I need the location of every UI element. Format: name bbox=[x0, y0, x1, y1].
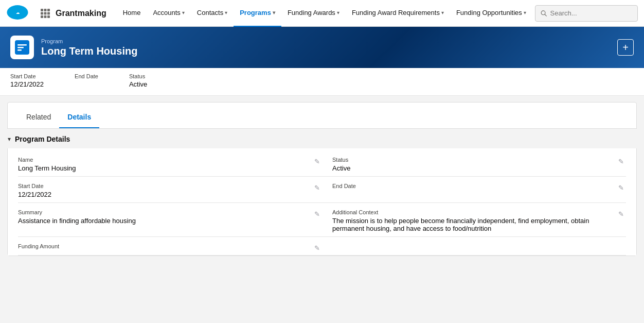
edit-status-icon[interactable]: ✎ bbox=[618, 158, 624, 165]
section-collapse-icon: ▾ bbox=[8, 135, 11, 143]
hero-banner: Program Long Term Housing + bbox=[0, 27, 644, 68]
nav-item-contacts[interactable]: Contacts ▾ bbox=[191, 0, 234, 27]
chevron-down-icon: ▾ bbox=[337, 10, 339, 15]
edit-additional-context-icon[interactable]: ✎ bbox=[618, 210, 624, 218]
svg-rect-16 bbox=[17, 49, 22, 51]
chevron-down-icon: ▾ bbox=[225, 10, 227, 15]
search-icon bbox=[541, 10, 547, 17]
nav-item-accounts[interactable]: Accounts ▾ bbox=[147, 0, 190, 27]
svg-rect-6 bbox=[44, 12, 47, 14]
nav-item-programs[interactable]: Programs ▾ bbox=[234, 0, 281, 27]
form-field-name: Name Long Term Housing ✎ bbox=[18, 150, 322, 177]
svg-rect-2 bbox=[41, 9, 43, 11]
form-field-status: Status Active ✎ bbox=[322, 150, 626, 177]
program-icon bbox=[10, 36, 34, 59]
svg-rect-8 bbox=[41, 15, 43, 18]
section-header-program-details[interactable]: ▾ Program Details bbox=[0, 129, 644, 148]
svg-line-12 bbox=[545, 14, 546, 15]
svg-rect-3 bbox=[44, 9, 47, 11]
svg-rect-9 bbox=[44, 15, 47, 18]
svg-rect-7 bbox=[47, 12, 50, 14]
tabs-bar: Related Details bbox=[8, 107, 636, 129]
app-launcher-icon[interactable] bbox=[38, 6, 52, 21]
svg-text:☁: ☁ bbox=[16, 10, 20, 15]
search-input[interactable] bbox=[550, 9, 632, 17]
fields-grid: Name Long Term Housing ✎ Status Active ✎… bbox=[8, 150, 636, 256]
nav-item-home[interactable]: Home bbox=[117, 0, 147, 27]
tab-related[interactable]: Related bbox=[18, 107, 59, 128]
nav-item-funding-opportunities[interactable]: Funding Opportunities ▾ bbox=[450, 0, 532, 27]
form-field-additional-context: Additional Context The mission is to hel… bbox=[322, 203, 626, 237]
chevron-down-icon: ▾ bbox=[182, 10, 185, 15]
svg-rect-14 bbox=[17, 44, 27, 46]
edit-summary-icon[interactable]: ✎ bbox=[314, 210, 320, 218]
nav-item-funding-award-requirements[interactable]: Funding Award Requirements ▾ bbox=[346, 0, 450, 27]
nav-item-funding-awards[interactable]: Funding Awards ▾ bbox=[281, 0, 346, 27]
record-fields-bar: Start Date 12/21/2022 End Date Status Ac… bbox=[0, 68, 644, 96]
svg-rect-15 bbox=[17, 47, 24, 48]
tab-details[interactable]: Details bbox=[59, 107, 99, 128]
tabs-content: ▾ Program Details Name Long Term Housing… bbox=[8, 129, 636, 256]
record-field-status: Status Active bbox=[129, 73, 147, 88]
edit-start-date-icon[interactable]: ✎ bbox=[314, 184, 320, 192]
edit-name-icon[interactable]: ✎ bbox=[314, 158, 320, 165]
salesforce-logo: ☁ bbox=[6, 4, 34, 22]
form-field-summary: Summary Assistance in finding affordable… bbox=[18, 203, 322, 237]
hero-name: Long Term Housing bbox=[41, 45, 610, 57]
form-field-funding-amount: Funding Amount ✎ bbox=[18, 237, 322, 256]
section-title: Program Details bbox=[15, 135, 70, 143]
chevron-down-icon: ▾ bbox=[441, 10, 444, 15]
nav-items: Home Accounts ▾ Contacts ▾ Programs ▾ Fu… bbox=[117, 0, 535, 27]
edit-funding-amount-icon[interactable]: ✎ bbox=[314, 244, 320, 252]
form-field-end-date: End Date ✎ bbox=[322, 177, 626, 203]
hero-title-block: Program Long Term Housing bbox=[41, 38, 610, 57]
chevron-down-icon: ▾ bbox=[273, 10, 275, 15]
nav-item-individual-applicat[interactable]: Individual Applicat... bbox=[532, 0, 535, 27]
top-nav: ☁ Grantmaking Home Accounts ▾ Contacts ▾ bbox=[0, 0, 644, 27]
record-field-start-date: Start Date 12/21/2022 bbox=[10, 73, 44, 88]
chevron-down-icon: ▾ bbox=[524, 10, 526, 15]
record-card: Related Details ▾ Program Details Name L… bbox=[7, 102, 637, 256]
search-bar bbox=[535, 5, 638, 22]
record-field-end-date: End Date bbox=[75, 73, 98, 88]
svg-rect-4 bbox=[47, 9, 50, 11]
hero-add-button[interactable]: + bbox=[617, 39, 634, 56]
form-field-empty bbox=[322, 237, 626, 256]
svg-rect-10 bbox=[47, 15, 50, 18]
svg-rect-5 bbox=[41, 12, 43, 14]
app-name: Grantmaking bbox=[56, 9, 106, 18]
page-body: Related Details ▾ Program Details Name L… bbox=[0, 96, 644, 323]
hero-breadcrumb: Program bbox=[41, 38, 610, 44]
edit-end-date-icon[interactable]: ✎ bbox=[618, 184, 624, 192]
form-field-start-date: Start Date 12/21/2022 ✎ bbox=[18, 177, 322, 203]
